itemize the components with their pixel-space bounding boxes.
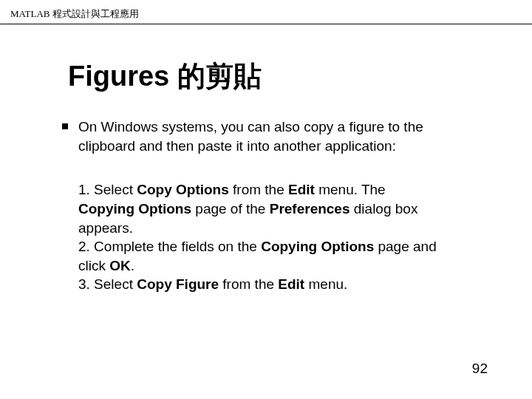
step2-bold-ok: OK [109, 258, 131, 273]
step1-mid2: menu. The [315, 182, 386, 197]
step2-bold-copying-options: Copying Options [261, 239, 374, 254]
slide-content: Figures 的剪貼 On Windows systems, you can … [0, 24, 458, 294]
page-number: 92 [472, 361, 488, 377]
steps-block: 1. Select Copy Options from the Edit men… [68, 180, 437, 294]
step3-bold-edit: Edit [278, 276, 304, 292]
step1-mid3: page of the [191, 201, 270, 216]
step3-mid1: from the [219, 276, 278, 292]
step2-prefix: 2. Complete the fields on the [78, 239, 261, 254]
slide-header: MATLAB 程式設計與工程應用 [0, 0, 532, 24]
step3-prefix: 3. Select [78, 276, 137, 292]
step1-prefix: 1. Select [78, 182, 137, 197]
step1-bold-edit: Edit [288, 182, 315, 197]
intro-paragraph: On Windows systems, you can also copy a … [68, 117, 458, 155]
step1-bold-copying-options: Copying Options [78, 201, 191, 216]
step1-mid1: from the [229, 182, 288, 197]
step3-bold-copy-figure: Copy Figure [137, 276, 219, 292]
step1-bold-preferences: Preferences [270, 201, 350, 216]
step2-suffix: . [131, 258, 134, 273]
intro-text: On Windows systems, you can also copy a … [78, 119, 423, 154]
bullet-icon [62, 123, 68, 129]
step1-bold-copy-options: Copy Options [137, 182, 229, 197]
step3-suffix: menu. [304, 276, 347, 292]
slide-title: Figures 的剪貼 [68, 58, 458, 95]
